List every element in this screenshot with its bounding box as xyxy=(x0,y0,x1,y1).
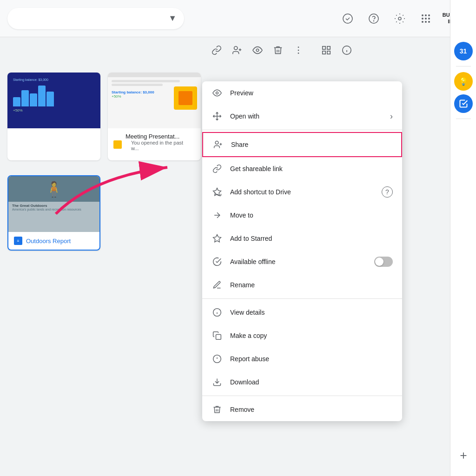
menu-item-label: Available offline xyxy=(230,258,367,265)
menu-item-label: Download xyxy=(230,378,393,386)
menu-item-view-details[interactable]: View details xyxy=(202,301,402,324)
submenu-arrow-icon: › xyxy=(390,112,393,121)
svg-marker-33 xyxy=(213,235,221,242)
menu-item-preview[interactable]: Preview xyxy=(202,81,402,105)
menu-divider xyxy=(202,130,402,130)
help-badge-icon: ? xyxy=(382,186,393,198)
menu-item-make-copy[interactable]: Make a copy xyxy=(202,324,402,347)
menu-item-rename[interactable]: Rename xyxy=(202,273,402,297)
svg-point-4 xyxy=(422,14,423,16)
svg-point-17 xyxy=(298,46,299,48)
menu-item-move-to[interactable]: Move to xyxy=(202,204,402,227)
sidebar-icon-calendar[interactable]: 31 xyxy=(454,42,473,60)
svg-point-16 xyxy=(256,49,259,52)
info-menu-icon xyxy=(212,307,223,318)
card-info: Meeting Presentat... You opened in the p… xyxy=(108,128,201,160)
drive-shortcut-menu-icon xyxy=(212,186,223,198)
svg-point-12 xyxy=(428,21,430,23)
menu-item-add-starred[interactable]: Add to Starred xyxy=(202,227,402,250)
svg-rect-23 xyxy=(327,51,330,54)
dropdown-arrow-icon[interactable]: ▼ xyxy=(168,13,177,23)
sidebar-divider xyxy=(456,119,471,119)
svg-rect-20 xyxy=(323,46,325,49)
svg-point-5 xyxy=(425,14,427,16)
menu-item-label: Remove xyxy=(230,406,393,413)
svg-point-6 xyxy=(428,14,430,16)
svg-rect-37 xyxy=(216,335,221,340)
toggle-knob xyxy=(375,258,383,266)
link-menu-icon xyxy=(212,163,223,174)
menu-item-label: Rename xyxy=(230,281,393,289)
help-icon[interactable] xyxy=(364,9,383,28)
file-name[interactable]: Outdoors Report xyxy=(26,238,71,245)
card-preview: Starting balance: $3,000 +50% xyxy=(108,73,201,128)
sidebar-icon-tasks[interactable] xyxy=(454,94,473,113)
svg-point-18 xyxy=(298,50,299,51)
open-with-menu-icon xyxy=(212,111,223,122)
settings-icon[interactable] xyxy=(390,9,409,28)
share-menu-icon xyxy=(212,139,224,150)
card-preview: 🧍 The Great Outdoors America's public la… xyxy=(8,176,99,232)
menu-item-label: Share xyxy=(231,141,392,148)
menu-item-available-offline[interactable]: Available offline xyxy=(202,250,402,273)
top-bar-icons: BUSINESS INSIDER xyxy=(338,9,469,28)
menu-divider xyxy=(202,396,402,396)
offline-toggle[interactable] xyxy=(374,257,393,267)
menu-item-remove[interactable]: Remove xyxy=(202,398,402,421)
svg-rect-21 xyxy=(327,46,330,49)
svg-rect-22 xyxy=(323,51,325,54)
list-item[interactable]: Starting balance: $3,000 +50% Meeting Pr… xyxy=(108,73,201,160)
svg-point-28 xyxy=(216,92,218,94)
menu-item-label: Get shareable link xyxy=(230,165,393,172)
svg-point-19 xyxy=(298,53,299,54)
menu-item-label: Move to xyxy=(230,212,393,219)
svg-marker-32 xyxy=(213,188,221,196)
search-box[interactable]: ▼ xyxy=(7,8,184,29)
menu-item-label: View details xyxy=(230,309,393,316)
file-toolbar xyxy=(200,37,446,63)
offline-menu-icon xyxy=(212,256,223,267)
get-link-toolbar-icon[interactable] xyxy=(207,41,226,60)
svg-point-10 xyxy=(422,21,423,23)
menu-item-report-abuse[interactable]: Report abuse xyxy=(202,347,402,370)
file-name: Meeting Presentat... xyxy=(126,133,195,140)
more-options-toolbar-icon[interactable] xyxy=(289,41,308,60)
check-circle-icon[interactable] xyxy=(338,9,357,28)
sidebar-icon-keep[interactable]: 💡 xyxy=(454,72,473,91)
right-sidebar: 31 💡 xyxy=(450,0,476,476)
sidebar-divider xyxy=(456,66,471,66)
svg-point-3 xyxy=(398,17,401,20)
svg-point-9 xyxy=(428,18,430,20)
list-item[interactable]: 🧍 The Great Outdoors America's public la… xyxy=(7,175,100,251)
sidebar-icon-add[interactable] xyxy=(454,446,473,465)
menu-item-download[interactable]: Download xyxy=(202,370,402,394)
info-toolbar-icon[interactable] xyxy=(337,41,356,60)
context-menu: Preview Open with › Share xyxy=(202,81,402,421)
download-menu-icon xyxy=(212,377,223,388)
menu-item-add-shortcut[interactable]: Add shortcut to Drive ? xyxy=(202,180,402,204)
preview-menu-icon xyxy=(212,87,223,99)
trash-menu-icon xyxy=(212,404,223,415)
svg-point-11 xyxy=(425,21,427,23)
warning-menu-icon xyxy=(212,353,223,364)
view-toggle-icon[interactable] xyxy=(317,41,336,60)
preview-toolbar-icon[interactable] xyxy=(248,41,267,60)
list-item[interactable]: Starting balance: $3,000 +50% xyxy=(7,73,100,160)
apps-icon[interactable] xyxy=(416,9,435,28)
menu-item-label: Add shortcut to Drive xyxy=(230,188,374,196)
top-bar: ▼ xyxy=(0,0,476,37)
delete-toolbar-icon[interactable] xyxy=(269,41,287,60)
file-type-icon: ≡ xyxy=(14,237,22,245)
copy-menu-icon xyxy=(212,330,223,341)
menu-item-share[interactable]: Share xyxy=(202,132,402,157)
menu-item-get-link[interactable]: Get shareable link xyxy=(202,157,402,180)
share-person-toolbar-icon[interactable] xyxy=(228,41,246,60)
menu-item-open-with[interactable]: Open with › xyxy=(202,105,402,128)
file-type-icon xyxy=(113,140,122,149)
menu-divider xyxy=(202,298,402,299)
svg-point-1 xyxy=(369,14,378,23)
move-to-menu-icon xyxy=(212,210,223,221)
file-subtitle: You opened in the past w... xyxy=(126,140,195,156)
menu-item-label: Open with xyxy=(230,112,383,120)
rename-menu-icon xyxy=(212,279,223,291)
